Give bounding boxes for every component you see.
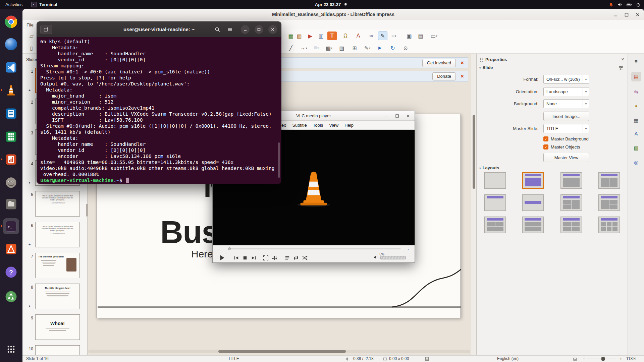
slide-thumbnail-8[interactable]: The slide title goes here!: [35, 284, 80, 309]
stop-button[interactable]: [241, 254, 249, 262]
zoom-slider-thumb[interactable]: [601, 357, 605, 361]
layout-thumb-content-and-two-content[interactable]: [598, 194, 620, 211]
layout-thumb-title-content-2[interactable]: [560, 172, 582, 189]
layout-icon[interactable]: ▭▾: [429, 32, 439, 40]
power-icon[interactable]: [636, 2, 641, 7]
glue-points-icon[interactable]: ⊙: [401, 44, 410, 52]
fullscreen-button[interactable]: [262, 254, 270, 262]
document-modified-icon[interactable]: [425, 357, 429, 361]
system-status-area[interactable]: [609, 2, 641, 7]
new-tab-button[interactable]: [40, 25, 52, 34]
layout-thumb-two-content-and-content[interactable]: [560, 194, 582, 211]
filter-icon[interactable]: ✎▾: [363, 44, 372, 52]
line-icon[interactable]: ╱: [286, 44, 296, 52]
layout-thumb-four-content[interactable]: [560, 217, 582, 233]
playlist-button[interactable]: [283, 254, 291, 262]
terminal-minimize-button[interactable]: [241, 25, 250, 34]
volume-icon[interactable]: [373, 255, 378, 260]
special-character-icon[interactable]: Ω: [341, 32, 350, 40]
dock-help-app-icon[interactable]: ?: [3, 264, 19, 280]
zoom-out-button[interactable]: −: [583, 356, 585, 362]
background-dropdown[interactable]: None▾: [543, 99, 589, 108]
master-objects-checkbox[interactable]: ✓Master Objects: [543, 143, 580, 150]
dock-libreoffice-writer-icon[interactable]: [3, 106, 19, 122]
fontwork-icon[interactable]: A: [354, 32, 363, 40]
focused-app-indicator[interactable]: >_ Terminal: [31, 2, 57, 7]
select-points-icon[interactable]: ►: [375, 44, 385, 52]
master-slide-dropdown[interactable]: TITLE▾: [543, 124, 589, 133]
slide-thumbnail-9[interactable]: Whoa!: [35, 314, 80, 340]
master-slide-name[interactable]: TITLE: [228, 356, 239, 362]
menu-file[interactable]: File: [24, 21, 36, 28]
hamburger-menu-icon[interactable]: [226, 25, 234, 34]
dock-terminal-icon[interactable]: >_: [3, 218, 19, 234]
donate-button[interactable]: Donate: [432, 72, 456, 80]
master-background-checkbox[interactable]: ✓Master Background: [543, 135, 589, 142]
clone-icon[interactable]: ▣: [405, 32, 414, 40]
layout-thumb-title-only[interactable]: [484, 194, 506, 211]
infobar-close-icon[interactable]: ×: [461, 60, 464, 66]
slide-thumbnail-10[interactable]: [35, 345, 80, 355]
properties-close-icon[interactable]: ×: [621, 56, 624, 62]
dock-files-app-icon[interactable]: [3, 196, 19, 212]
dock-vlc-icon[interactable]: [3, 82, 19, 98]
terminal-maximize-button[interactable]: [255, 25, 263, 34]
vertical-scrollbar-thumb[interactable]: [473, 115, 475, 189]
navigator-tab[interactable]: ◎: [631, 158, 641, 167]
previous-button[interactable]: [232, 254, 240, 262]
next-button[interactable]: [250, 254, 258, 262]
dock-libreoffice-impress-icon[interactable]: [3, 152, 19, 168]
section-slide[interactable]: ▾Slide: [479, 65, 493, 70]
volume-icon[interactable]: [618, 2, 623, 7]
gallery-icon[interactable]: ▤: [416, 32, 425, 40]
panel-splitter-handle[interactable]: [86, 204, 88, 217]
rotate-icon[interactable]: ↻: [388, 44, 397, 52]
dock-recycle-app-icon[interactable]: [3, 289, 19, 305]
seek-thumb[interactable]: [228, 247, 231, 250]
vlc-close-button[interactable]: [406, 114, 411, 118]
hyperlink-icon[interactable]: ∞: [367, 32, 376, 40]
horizontal-scrollbar[interactable]: [88, 350, 470, 353]
volume-slider[interactable]: [380, 256, 406, 259]
vlc-menu-tools[interactable]: Tools: [310, 121, 326, 129]
horizontal-scrollbar-thumb[interactable]: [218, 350, 346, 353]
slide-thumbnail-6[interactable]: This is a quote. Words full of wisdom th…: [35, 222, 80, 247]
layout-thumb-six-content[interactable]: [598, 217, 620, 233]
section-layouts[interactable]: ▾Layouts: [479, 165, 499, 170]
dock-chrome-icon[interactable]: [3, 14, 19, 30]
activities-button[interactable]: Activities: [0, 0, 28, 9]
layout-thumb-title-two-content[interactable]: [598, 172, 620, 189]
chart-icon[interactable]: ▥: [316, 32, 326, 40]
vertical-scrollbar[interactable]: [471, 54, 476, 355]
zoom-in-button[interactable]: +: [620, 356, 622, 362]
table-icon[interactable]: ▦: [286, 32, 296, 40]
sidebar-menu-icon[interactable]: ≡: [631, 56, 641, 66]
slide-settings-icon[interactable]: [619, 65, 624, 70]
fit-slide-icon[interactable]: [573, 357, 577, 361]
align-icon[interactable]: ≡▾: [312, 44, 321, 52]
image-icon[interactable]: ▨: [294, 32, 304, 40]
zoom-percent[interactable]: 113%: [626, 356, 636, 362]
extended-settings-button[interactable]: [270, 254, 278, 262]
layout-thumb-content-over-content[interactable]: [522, 217, 544, 233]
insert-image-button[interactable]: Insert Image...: [543, 112, 589, 121]
shadow-icon[interactable]: ▧: [337, 44, 346, 52]
impress-minimize-button[interactable]: [613, 12, 618, 17]
impress-close-button[interactable]: [635, 12, 640, 17]
language-selector[interactable]: English (en): [497, 356, 519, 362]
orientation-dropdown[interactable]: Landscape▾: [543, 87, 589, 96]
infobar-close-icon[interactable]: ×: [461, 73, 464, 79]
vlc-menu-subtitle[interactable]: Subtitle: [289, 121, 310, 129]
draw-functions-icon[interactable]: ✎: [378, 32, 387, 40]
dock-vscode-icon[interactable]: [3, 59, 19, 75]
slide-transition-tab[interactable]: ⇆: [631, 87, 641, 97]
shapes-icon[interactable]: ○▾: [389, 32, 398, 40]
layout-thumb-centered-text[interactable]: [522, 194, 544, 211]
battery-icon[interactable]: [627, 2, 632, 7]
dock-libreoffice-calc-icon[interactable]: [3, 129, 19, 145]
vlc-maximize-button[interactable]: [395, 114, 399, 118]
vlc-menu-view[interactable]: View: [326, 121, 341, 129]
notification-icon[interactable]: [609, 2, 613, 7]
show-applications-button[interactable]: [5, 343, 17, 355]
master-slides-tab[interactable]: ▦: [631, 115, 641, 125]
